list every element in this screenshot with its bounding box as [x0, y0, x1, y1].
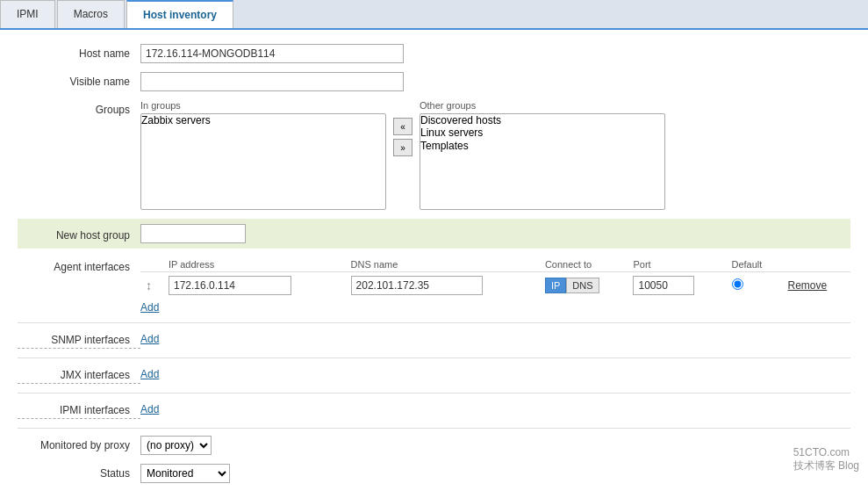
tab-bar: IPMI Macros Host inventory: [0, 0, 868, 30]
visible-name-label: Visible name: [18, 72, 140, 88]
agent-interfaces-table: IP address DNS name Connect to Port Defa…: [140, 257, 850, 299]
host-name-row: Host name: [18, 44, 850, 63]
ipmi-interfaces-label: IPMI interfaces: [18, 401, 140, 419]
main-content: Host name Visible name Groups In groups …: [0, 30, 868, 491]
interfaces-header: IP address DNS name Connect to Port Defa…: [140, 257, 850, 272]
connect-to-cell: IPDNS: [540, 272, 628, 300]
in-groups-box: In groups Zabbix servers: [140, 100, 386, 210]
jmx-interfaces-control: Add: [140, 365, 850, 380]
snmp-interfaces-label: SNMP interfaces: [18, 330, 140, 349]
other-groups-label: Other groups: [420, 100, 665, 111]
th-dns-name: DNS name: [346, 257, 540, 272]
status-row: Status Monitored Not monitored: [18, 464, 850, 483]
in-groups-label: In groups: [140, 100, 386, 111]
agent-add-link[interactable]: Add: [140, 301, 159, 314]
watermark: 51CTO.com 技术博客 Blog: [793, 446, 859, 473]
in-groups-select[interactable]: Zabbix servers: [140, 113, 386, 210]
th-action: [783, 257, 851, 272]
watermark-line2: 技术博客 Blog: [793, 459, 859, 473]
jmx-add-link[interactable]: Add: [140, 368, 159, 380]
visible-name-row: Visible name: [18, 72, 850, 91]
remove-link[interactable]: Remove: [788, 279, 828, 292]
default-cell: [727, 272, 783, 300]
new-host-group-label: New host group: [18, 226, 140, 242]
agent-interfaces-row: Agent interfaces IP address DNS name Con…: [18, 257, 850, 314]
groups-label: Groups: [18, 100, 140, 116]
status-label: Status: [18, 464, 140, 480]
port-cell: [628, 272, 726, 300]
remove-cell: Remove: [783, 272, 851, 300]
new-host-group-row: New host group: [18, 219, 850, 249]
dns-name-input[interactable]: [351, 276, 483, 295]
snmp-add-link[interactable]: Add: [140, 333, 159, 345]
host-name-control: [140, 44, 850, 63]
divider-1: [18, 322, 850, 323]
th-ip-address: IP address: [163, 257, 346, 272]
ip-address-cell: [163, 272, 346, 300]
host-name-input[interactable]: [140, 44, 404, 63]
monitored-by-proxy-label: Monitored by proxy: [18, 436, 140, 451]
in-groups-option[interactable]: Zabbix servers: [141, 114, 385, 126]
proxy-select[interactable]: (no proxy): [140, 436, 212, 455]
arrow-right-button[interactable]: »: [393, 139, 412, 156]
arrow-buttons: « »: [393, 100, 412, 156]
th-connect-to: Connect to: [540, 257, 628, 272]
ipmi-interfaces-control: Add: [140, 401, 850, 415]
table-row: ↕ IPDNS: [140, 272, 850, 300]
divider-3: [18, 393, 850, 394]
port-input[interactable]: [633, 276, 694, 295]
new-host-group-control: [140, 224, 246, 243]
snmp-interfaces-control: Add: [140, 330, 850, 345]
tab-macros[interactable]: Macros: [57, 0, 125, 28]
ip-address-input[interactable]: [169, 276, 291, 295]
th-drag: [140, 257, 163, 272]
monitored-by-proxy-row: Monitored by proxy (no proxy): [18, 436, 850, 455]
groups-control: In groups Zabbix servers « » Other group…: [140, 100, 850, 210]
default-radio[interactable]: [732, 278, 743, 290]
drag-handle[interactable]: ↕: [140, 272, 163, 300]
monitored-by-proxy-control: (no proxy): [140, 436, 850, 455]
jmx-interfaces-label: JMX interfaces: [18, 365, 140, 384]
agent-interfaces-control: IP address DNS name Connect to Port Defa…: [140, 257, 850, 314]
visible-name-input[interactable]: [140, 72, 404, 91]
new-host-group-input[interactable]: [140, 224, 246, 243]
arrow-left-button[interactable]: «: [393, 118, 412, 135]
status-select[interactable]: Monitored Not monitored: [140, 464, 230, 483]
btn-dns[interactable]: DNS: [566, 278, 599, 293]
other-groups-select[interactable]: Discovered hosts Linux servers Templates: [420, 113, 665, 210]
status-control: Monitored Not monitored: [140, 464, 850, 483]
divider-2: [18, 357, 850, 358]
btn-ip[interactable]: IP: [545, 278, 566, 293]
watermark-line1: 51CTO.com: [793, 446, 859, 459]
dns-name-cell: [346, 272, 540, 300]
jmx-interfaces-row: JMX interfaces Add: [18, 365, 850, 384]
other-groups-option-2[interactable]: Linux servers: [420, 126, 664, 139]
groups-row: Groups In groups Zabbix servers « » Othe…: [18, 100, 850, 210]
ipmi-interfaces-row: IPMI interfaces Add: [18, 401, 850, 419]
agent-interfaces-label: Agent interfaces: [18, 257, 140, 273]
tab-host-inventory[interactable]: Host inventory: [126, 0, 233, 28]
th-port: Port: [628, 257, 726, 272]
tab-ipmi[interactable]: IPMI: [0, 0, 55, 28]
host-name-label: Host name: [18, 44, 140, 60]
divider-4: [18, 428, 850, 429]
other-groups-option-3[interactable]: Templates: [420, 140, 664, 152]
other-groups-box: Other groups Discovered hosts Linux serv…: [420, 100, 665, 210]
snmp-interfaces-row: SNMP interfaces Add: [18, 330, 850, 349]
ipmi-add-link[interactable]: Add: [140, 403, 159, 415]
other-groups-option-1[interactable]: Discovered hosts: [420, 114, 664, 126]
th-default: Default: [727, 257, 783, 272]
visible-name-control: [140, 72, 850, 91]
